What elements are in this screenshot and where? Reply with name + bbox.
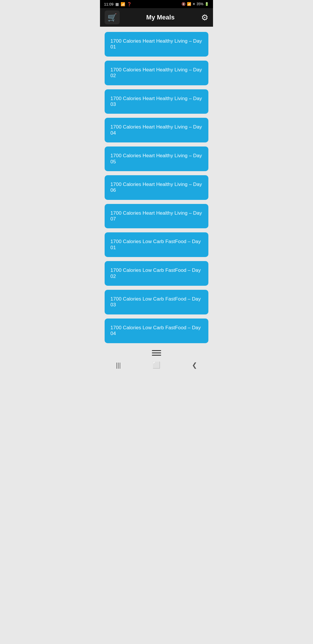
meal-button-meal-06[interactable]: 1700 Calories Heart Healthy Living – Day… <box>105 175 208 200</box>
status-left: 11:09 ▦ 📶 ❓ <box>104 2 132 6</box>
top-bar: 🛒 My Meals ⚙ <box>100 8 213 27</box>
data-icon: ✕ <box>192 2 195 6</box>
status-time: 11:09 <box>104 2 114 6</box>
wifi-icon: 📶 <box>187 2 191 6</box>
signal-icon: 📶 <box>121 2 125 6</box>
meal-button-meal-lc-04[interactable]: 1700 Calories Low Carb FastFood – Day 04 <box>105 319 208 343</box>
meal-button-meal-05[interactable]: 1700 Calories Heart Healthy Living – Day… <box>105 146 208 171</box>
home-button[interactable]: ⬜ <box>152 361 160 369</box>
status-bar: 11:09 ▦ 📶 ❓ 🔇 📶 ✕ 35% 🔋 <box>100 0 213 8</box>
meal-button-meal-02[interactable]: 1700 Calories Heart Healthy Living – Day… <box>105 61 208 85</box>
meal-button-meal-04[interactable]: 1700 Calories Heart Healthy Living – Day… <box>105 118 208 142</box>
back-button[interactable]: ❮ <box>192 361 197 369</box>
meal-button-meal-lc-03[interactable]: 1700 Calories Low Carb FastFood – Day 03 <box>105 290 208 314</box>
meal-button-meal-01[interactable]: 1700 Calories Heart Healthy Living – Day… <box>105 32 208 57</box>
hamburger-menu-button[interactable] <box>152 350 161 356</box>
page-title: My Meals <box>120 14 201 21</box>
meal-list: 1700 Calories Heart Healthy Living – Day… <box>100 27 213 346</box>
meal-button-meal-07[interactable]: 1700 Calories Heart Healthy Living – Day… <box>105 204 208 229</box>
cart-icon: 🛒 <box>108 13 117 22</box>
android-nav-bar: ||| ⬜ ❮ <box>100 358 213 374</box>
status-right: 🔇 📶 ✕ 35% 🔋 <box>181 2 209 6</box>
hamburger-line-3 <box>152 355 161 356</box>
meal-button-meal-lc-01[interactable]: 1700 Calories Low Carb FastFood – Day 01 <box>105 232 208 257</box>
bottom-menu-area <box>100 346 213 358</box>
sim-icon: ▦ <box>115 2 119 6</box>
battery-percent: 35% <box>196 2 203 6</box>
hamburger-line-1 <box>152 350 161 351</box>
cart-button[interactable]: 🛒 <box>105 10 120 24</box>
meal-button-meal-03[interactable]: 1700 Calories Heart Healthy Living – Day… <box>105 89 208 114</box>
recents-button[interactable]: ||| <box>116 361 121 369</box>
hamburger-line-2 <box>152 352 161 353</box>
meal-button-meal-lc-02[interactable]: 1700 Calories Low Carb FastFood – Day 02 <box>105 261 208 286</box>
question-icon: ❓ <box>127 2 132 6</box>
mute-icon: 🔇 <box>181 2 186 6</box>
settings-icon[interactable]: ⚙ <box>201 13 208 22</box>
battery-icon: 🔋 <box>205 2 209 6</box>
